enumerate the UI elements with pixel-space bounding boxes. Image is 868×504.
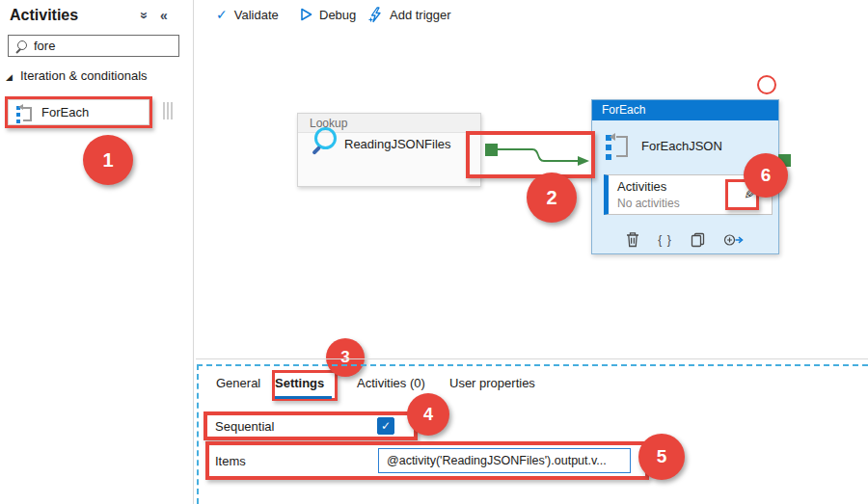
foreach-activity-name: ForEachJSON [641, 139, 722, 153]
lookup-search-icon [313, 127, 339, 156]
lightning-plus-icon [368, 7, 383, 23]
clone-icon[interactable] [691, 232, 705, 248]
lookup-activity-name: ReadingJSONFiles [344, 137, 451, 151]
callout-number-1: 1 [83, 135, 133, 185]
adf-pipeline-editor: Activities » « ◢ Iteration & conditional… [0, 0, 868, 504]
canvas-bottom-border [196, 358, 868, 359]
activity-item-foreach[interactable]: ForEach [8, 99, 149, 125]
tab-activities[interactable]: Activities (0) [357, 376, 425, 390]
search-icon [16, 40, 27, 51]
callout-number-2: 2 [527, 172, 577, 223]
active-tab-underline [275, 396, 332, 399]
edit-activities-pencil-icon[interactable]: ✎ [744, 183, 758, 204]
foreach-activities-subpanel: Activities No activities ✎ [604, 174, 773, 215]
sequential-checkbox[interactable]: ✓ [377, 417, 394, 435]
sequential-label: Sequential [215, 419, 274, 434]
foreach-action-bar: { } [592, 231, 778, 248]
foreach-no-activities-text: No activities [617, 197, 680, 210]
search-input[interactable] [34, 39, 159, 53]
section-iteration-conditionals[interactable]: Iteration & conditionals [20, 68, 148, 83]
items-label: Items [215, 454, 246, 468]
success-connector-line[interactable] [482, 135, 598, 173]
foreach-activities-label: Activities [617, 179, 666, 194]
play-icon [300, 8, 312, 21]
collapse-panel-icon[interactable]: « [160, 8, 168, 23]
debug-label: Debug [319, 8, 356, 22]
tab-user-properties[interactable]: User properties [449, 376, 535, 390]
code-braces-icon[interactable]: { } [658, 233, 671, 247]
items-expression-input[interactable] [378, 448, 631, 473]
collapse-all-icon[interactable]: » [137, 12, 152, 19]
foreach-activity-node[interactable]: ForEach ForEachJSON Activities No activi… [591, 99, 779, 254]
delete-icon[interactable] [626, 231, 639, 248]
foreach-icon [16, 103, 34, 122]
add-output-icon[interactable] [723, 232, 745, 248]
section-expanded-caret-icon[interactable]: ◢ [6, 72, 13, 82]
activities-panel-title: Activities [10, 7, 78, 24]
add-trigger-label: Add trigger [390, 8, 451, 22]
validate-check-icon: ✓ [216, 7, 228, 22]
checkbox-check-icon: ✓ [381, 419, 391, 433]
activity-search-box[interactable] [8, 35, 179, 57]
panel-resize-grip[interactable] [163, 102, 173, 119]
tab-settings[interactable]: Settings [275, 376, 324, 390]
add-trigger-button[interactable]: Add trigger [368, 3, 451, 26]
validate-label: Validate [234, 8, 279, 22]
foreach-icon [606, 131, 631, 160]
foreach-output-port[interactable] [778, 154, 791, 167]
tab-general[interactable]: General [216, 376, 260, 390]
lookup-activity-node[interactable]: Lookup ReadingJSONFiles [297, 113, 481, 187]
validate-button[interactable]: ✓ Validate [216, 3, 279, 26]
debug-button[interactable]: Debug [300, 3, 356, 26]
panel-divider [193, 0, 194, 504]
foreach-type-header: ForEach [592, 100, 778, 120]
activity-item-label: ForEach [41, 105, 89, 119]
callout-ring [757, 75, 776, 94]
